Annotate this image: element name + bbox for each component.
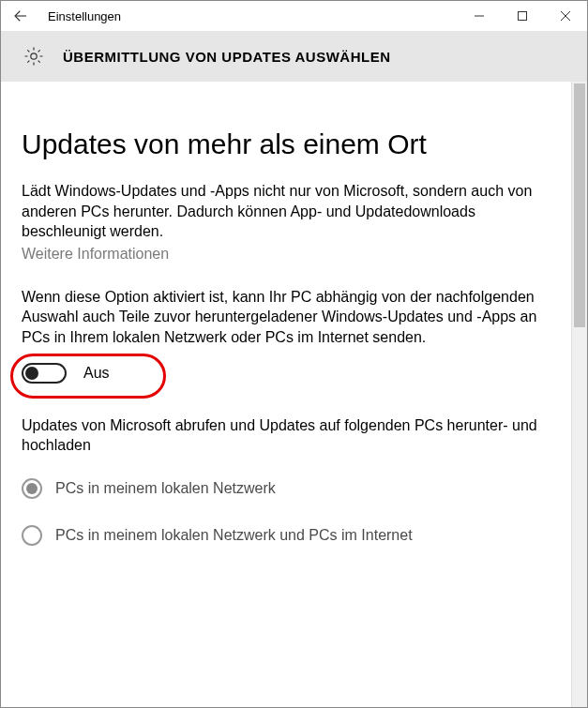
radio-icon (22, 478, 42, 499)
settings-window: Einstellungen ÜBERMITTLUNG VON UPDATES A… (0, 0, 588, 708)
description-2: Wenn diese Option aktiviert ist, kann Ih… (22, 287, 547, 348)
radio-label: PCs in meinem lokalen Netzwerk und PCs i… (55, 527, 413, 544)
page-title: ÜBERMITTLUNG VON UPDATES AUSWÄHLEN (63, 49, 391, 65)
window-controls (458, 1, 587, 31)
toggle-knob (25, 367, 38, 380)
delivery-toggle[interactable] (22, 363, 67, 384)
description-1: Lädt Windows-Updates und -Apps nicht nur… (22, 181, 547, 242)
radio-icon (22, 525, 42, 546)
radio-option-local[interactable]: PCs in meinem lokalen Netzwerk (22, 478, 550, 499)
window-title: Einstellungen (40, 9, 458, 23)
back-button[interactable] (1, 1, 40, 31)
close-button[interactable] (544, 1, 587, 31)
delivery-toggle-row: Aus (22, 363, 550, 384)
svg-point-5 (31, 53, 37, 59)
content-area: Updates von mehr als einem Ort Lädt Wind… (1, 82, 587, 707)
section-heading: Updates von mehr als einem Ort (22, 128, 550, 160)
maximize-button[interactable] (501, 1, 544, 31)
page-header: ÜBERMITTLUNG VON UPDATES AUSWÄHLEN (1, 31, 587, 82)
radio-option-internet[interactable]: PCs in meinem lokalen Netzwerk und PCs i… (22, 525, 550, 546)
radio-label: PCs in meinem lokalen Netzwerk (55, 480, 276, 497)
title-bar: Einstellungen (1, 1, 587, 31)
toggle-label: Aus (83, 365, 110, 382)
gear-icon (22, 44, 46, 68)
description-3: Updates von Microsoft abrufen und Update… (22, 415, 547, 456)
vertical-scrollbar[interactable] (571, 82, 587, 707)
learn-more-link[interactable]: Weitere Informationen (22, 246, 169, 263)
content-scroll: Updates von mehr als einem Ort Lädt Wind… (1, 82, 571, 707)
minimize-button[interactable] (458, 1, 501, 31)
svg-rect-2 (519, 12, 527, 21)
scrollbar-thumb[interactable] (574, 83, 585, 327)
